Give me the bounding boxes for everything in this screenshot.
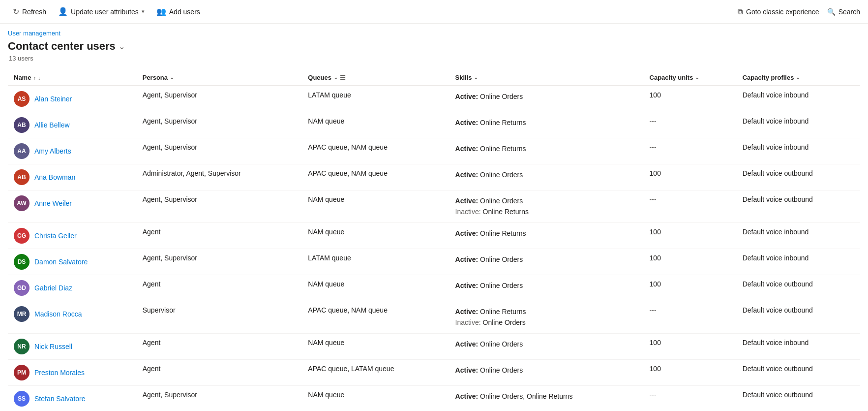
skill-status-active: Active: [455,229,479,237]
skill-row: Inactive: Online Orders [455,317,638,328]
persona-cell: Supervisor [137,301,302,333]
title-chevron-icon[interactable]: ⌄ [119,42,125,51]
skills-cell: Active: Online Orders [449,249,644,275]
sort-capacity-units-icon[interactable]: ⌄ [695,74,699,81]
table-header: Name ↑ ↓ Persona ⌄ Queues ⌄ ☰ [8,70,860,86]
user-name-link[interactable]: Damon Salvatore [34,258,88,266]
table-row: PM Preston Morales AgentAPAC queue, LATA… [8,359,860,385]
skill-status-active: Active: [455,366,479,374]
user-name-link[interactable]: Amy Alberts [34,147,71,155]
update-icon: 👤 [58,7,68,16]
avatar: NR [14,339,30,354]
avatar-cell: SS Stefan Salvatore [14,391,131,407]
user-name-link[interactable]: Alan Steiner [34,95,72,103]
sort-skills-icon[interactable]: ⌄ [474,74,478,81]
user-name-link[interactable]: Madison Rocca [34,310,82,318]
name-cell: NR Nick Russell [8,333,137,359]
skills-cell: Active: Online Returns [449,112,644,138]
persona-cell: Agent, Supervisor [137,190,302,223]
update-user-attributes-button[interactable]: 👤 Update user attributes ▾ [53,4,150,19]
col-queues-label: Queues [308,74,331,81]
page-title: Contact center users [8,40,116,53]
skills-cell: Active: Online Orders [449,86,644,112]
col-skills: Skills ⌄ [449,70,644,86]
search-label: Search [838,8,860,16]
capacity-units-cell: 100 [644,86,737,112]
refresh-icon: ↻ [13,7,19,16]
capacity-profiles-cell: Default voice outbound [737,385,860,411]
capacity-profiles-cell: Default voice inbound [737,249,860,275]
goto-classic-icon: ⧉ [738,7,743,16]
sort-name-asc-icon[interactable]: ↑ [33,75,36,81]
skills-cell: Active: Online Orders [449,275,644,301]
skill-status-active: Active: [455,308,479,316]
queues-cell: NAM queue [302,385,449,411]
persona-cell: Agent, Supervisor [137,138,302,164]
avatar: AW [14,195,30,211]
skills-cell: Active: Online Orders [449,359,644,385]
table-row: AB Ana Bowman Administrator, Agent, Supe… [8,164,860,190]
user-name-link[interactable]: Nick Russell [34,343,72,350]
skill-name: Online Orders [480,255,523,263]
table-row: NR Nick Russell AgentNAM queueActive: On… [8,333,860,359]
capacity-units-cell: --- [644,138,737,164]
users-table: Name ↑ ↓ Persona ⌄ Queues ⌄ ☰ [8,70,860,411]
persona-cell: Agent [137,359,302,385]
user-name-link[interactable]: Preston Morales [34,369,85,377]
skill-row: Active: Online Orders [455,339,638,349]
skill-name: Online Orders [480,340,523,348]
breadcrumb[interactable]: User management [8,30,860,37]
search-button[interactable]: 🔍 Search [827,8,860,16]
skill-name: Online Returns [480,308,526,316]
sort-persona-icon[interactable]: ⌄ [170,74,174,81]
table-row: DS Damon Salvatore Agent, SupervisorLATA… [8,249,860,275]
skill-name: Online Returns [483,208,529,216]
col-capacity-units-label: Capacity units [650,74,693,81]
table-row: MR Madison Rocca SupervisorAPAC queue, N… [8,301,860,333]
queues-cell: NAM queue [302,190,449,223]
sort-queues-icon[interactable]: ⌄ [333,74,338,81]
skill-row: Active: Online Orders [455,280,638,291]
skill-name: Online Orders [483,318,526,326]
filter-queues-icon[interactable]: ☰ [340,74,346,81]
user-name-link[interactable]: Anne Weiler [34,199,72,207]
capacity-units-cell: --- [644,190,737,223]
capacity-units-cell: 100 [644,275,737,301]
avatar: MR [14,306,30,322]
capacity-units-value: --- [650,391,657,399]
sort-capacity-profiles-icon[interactable]: ⌄ [796,74,800,81]
avatar-cell: AB Ana Bowman [14,169,131,185]
skills-cell: Active: Online Orders [449,164,644,190]
table-row: AS Alan Steiner Agent, SupervisorLATAM q… [8,86,860,112]
capacity-profiles-cell: Default voice inbound [737,138,860,164]
capacity-units-cell: 100 [644,359,737,385]
sort-name-desc-icon[interactable]: ↓ [38,75,41,81]
queues-cell: LATAM queue [302,86,449,112]
skill-name: Online Returns [480,229,526,237]
goto-classic-label: Goto classic experience [746,8,819,16]
skill-name: Online Orders, Online Returns [480,392,572,400]
table-row: AW Anne Weiler Agent, SupervisorNAM queu… [8,190,860,223]
user-name-link[interactable]: Ana Bowman [34,173,75,181]
skill-row: Active: Online Returns [455,306,638,317]
add-users-button[interactable]: 👥 Add users [151,4,205,19]
user-name-link[interactable]: Christa Geller [34,232,77,240]
capacity-profiles-cell: Default voice inbound [737,86,860,112]
queues-cell: LATAM queue [302,249,449,275]
name-cell: CG Christa Geller [8,222,137,249]
skill-status-active: Active: [455,171,479,179]
goto-classic-button[interactable]: ⧉ Goto classic experience [738,7,819,16]
user-name-link[interactable]: Allie Bellew [34,121,70,129]
user-name-link[interactable]: Gabriel Diaz [34,284,72,292]
refresh-button[interactable]: ↻ Refresh [8,4,51,19]
name-cell: PM Preston Morales [8,359,137,385]
user-name-link[interactable]: Stefan Salvatore [34,395,86,403]
skill-name: Online Orders [480,197,523,205]
persona-cell: Administrator, Agent, Supervisor [137,164,302,190]
queues-cell: APAC queue, NAM queue [302,301,449,333]
add-users-icon: 👥 [156,7,166,16]
skill-status-active: Active: [455,145,479,153]
skill-row: Active: Online Orders, Online Returns [455,391,638,402]
skill-status-inactive: Inactive: [455,318,481,326]
skill-row: Inactive: Online Returns [455,206,638,217]
